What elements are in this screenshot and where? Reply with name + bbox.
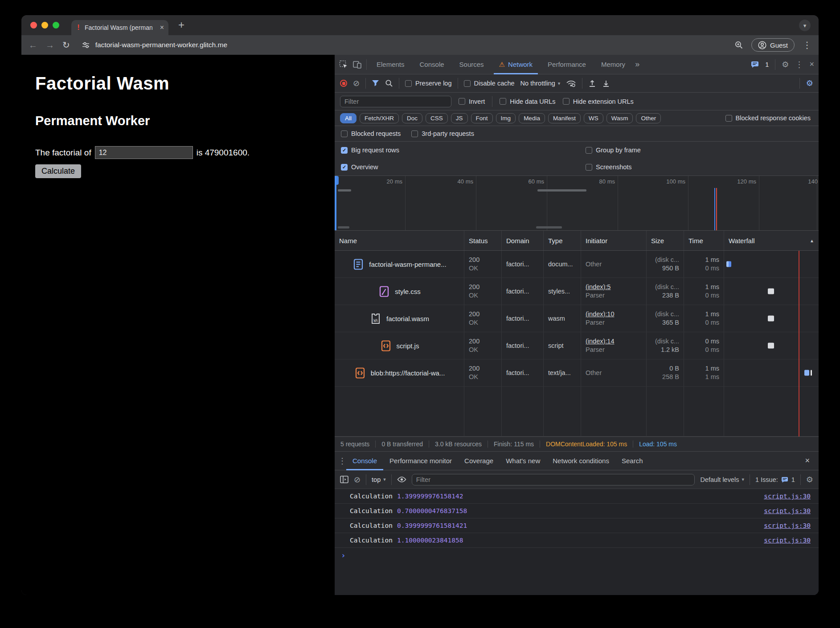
chip-fetch-xhr[interactable]: Fetch/XHR bbox=[360, 113, 399, 123]
browser-menu-icon[interactable]: ⋮ bbox=[803, 40, 811, 50]
console-sidebar-icon[interactable] bbox=[340, 476, 348, 483]
column-size[interactable]: Size bbox=[647, 231, 684, 250]
table-row[interactable]: style.css 200OK factori... styles... (in… bbox=[335, 278, 819, 305]
source-link[interactable]: script.js:30 bbox=[764, 522, 811, 529]
console-filter-input[interactable] bbox=[412, 474, 695, 485]
tab-sources[interactable]: Sources bbox=[454, 55, 489, 74]
issues-counter[interactable]: 1 Issue: 1 bbox=[755, 476, 795, 483]
hide-extension-urls-checkbox[interactable]: Hide extension URLs bbox=[563, 98, 634, 105]
forward-button[interactable]: → bbox=[45, 40, 54, 50]
network-filter-input[interactable] bbox=[340, 96, 451, 107]
network-conditions-icon[interactable] bbox=[566, 79, 576, 87]
reload-button[interactable]: ↻ bbox=[62, 40, 70, 50]
issues-bubble-icon[interactable] bbox=[751, 61, 759, 68]
devtools-menu-icon[interactable]: ⋮ bbox=[795, 60, 803, 69]
network-settings-gear-icon[interactable]: ⚙ bbox=[806, 78, 813, 88]
tab-console[interactable]: Console bbox=[414, 55, 450, 74]
chip-manifest[interactable]: Manifest bbox=[548, 113, 581, 123]
chip-ws[interactable]: WS bbox=[584, 113, 603, 123]
chip-all[interactable]: All bbox=[340, 113, 356, 123]
table-row[interactable]: factorial-wasm-permane... 200OK factori.… bbox=[335, 251, 819, 278]
column-waterfall[interactable]: Waterfall▲ bbox=[724, 231, 819, 250]
search-icon[interactable] bbox=[385, 79, 393, 87]
clear-icon[interactable]: ⊘ bbox=[353, 78, 360, 88]
live-expression-eye-icon[interactable] bbox=[397, 476, 406, 483]
profile-button[interactable]: Guest bbox=[751, 38, 795, 52]
table-row[interactable]: blob:https://factorial-wa... 200OK facto… bbox=[335, 359, 819, 387]
settings-gear-icon[interactable]: ⚙ bbox=[782, 60, 789, 69]
overview-selection-grip[interactable] bbox=[335, 176, 339, 185]
overview-checkbox[interactable]: ✓Overview bbox=[341, 159, 586, 175]
source-link[interactable]: script.js:30 bbox=[764, 493, 811, 500]
tab-network[interactable]: ⚠ Network bbox=[494, 55, 538, 74]
network-overview-timeline[interactable]: 20 ms 40 ms 60 ms 80 ms 100 ms 120 ms 14… bbox=[335, 176, 819, 231]
tab-performance[interactable]: Performance bbox=[542, 55, 591, 74]
devtools-close-icon[interactable]: × bbox=[809, 60, 814, 69]
chip-img[interactable]: Img bbox=[496, 113, 516, 123]
tab-elements[interactable]: Elements bbox=[371, 55, 410, 74]
column-type[interactable]: Type bbox=[544, 231, 581, 250]
chip-media[interactable]: Media bbox=[519, 113, 545, 123]
blocked-requests-checkbox[interactable]: Blocked requests bbox=[341, 130, 401, 137]
group-by-frame-checkbox[interactable]: Group by frame bbox=[586, 142, 812, 159]
tab-close-icon[interactable]: × bbox=[160, 24, 164, 32]
drawer-tab-console[interactable]: Console bbox=[346, 451, 383, 470]
drawer-tab-coverage[interactable]: Coverage bbox=[458, 451, 500, 470]
disable-cache-checkbox[interactable]: Disable cache bbox=[464, 80, 515, 87]
blocked-response-cookies-checkbox[interactable]: Blocked response cookies bbox=[725, 114, 811, 122]
column-status[interactable]: Status bbox=[464, 231, 502, 250]
back-button[interactable]: ← bbox=[29, 40, 37, 50]
drawer-menu-icon[interactable]: ⋮ bbox=[338, 456, 346, 466]
device-toolbar-icon[interactable] bbox=[352, 60, 362, 69]
new-tab-button[interactable]: + bbox=[178, 19, 184, 31]
drawer-tab-performance-monitor[interactable]: Performance monitor bbox=[383, 451, 458, 470]
tab-memory[interactable]: Memory bbox=[596, 55, 631, 74]
factorial-input[interactable] bbox=[95, 146, 193, 159]
address-bar[interactable]: factorial-wasm-permanent-worker.glitch.m… bbox=[82, 41, 726, 49]
column-domain[interactable]: Domain bbox=[502, 231, 544, 250]
chip-js[interactable]: JS bbox=[451, 113, 468, 123]
drawer-tab-network-conditions[interactable]: Network conditions bbox=[546, 451, 615, 470]
invert-checkbox[interactable]: Invert bbox=[459, 98, 485, 105]
column-time[interactable]: Time bbox=[684, 231, 724, 250]
chip-doc[interactable]: Doc bbox=[402, 113, 422, 123]
context-select[interactable]: top ▾ bbox=[372, 476, 386, 483]
preserve-log-checkbox[interactable]: Preserve log bbox=[405, 80, 451, 87]
import-har-icon[interactable] bbox=[588, 79, 596, 87]
minimize-window-button[interactable] bbox=[41, 22, 48, 29]
console-prompt[interactable]: › bbox=[335, 548, 819, 563]
filter-funnel-icon[interactable] bbox=[372, 80, 379, 87]
console-settings-gear-icon[interactable]: ⚙ bbox=[806, 475, 813, 485]
export-har-icon[interactable] bbox=[602, 79, 610, 87]
drawer-tab-search[interactable]: Search bbox=[615, 451, 649, 470]
drawer-tab-whats-new[interactable]: What's new bbox=[500, 451, 546, 470]
source-link[interactable]: script.js:30 bbox=[764, 537, 811, 544]
hide-data-urls-checkbox[interactable]: Hide data URLs bbox=[500, 98, 555, 105]
zoom-search-icon[interactable] bbox=[734, 41, 743, 49]
chip-font[interactable]: Font bbox=[471, 113, 493, 123]
initiator-link[interactable]: (index):5 bbox=[586, 283, 642, 291]
column-initiator[interactable]: Initiator bbox=[581, 231, 647, 250]
drawer-close-icon[interactable]: × bbox=[805, 456, 810, 465]
url-text[interactable]: factorial-wasm-permanent-worker.glitch.m… bbox=[95, 41, 227, 49]
browser-tab[interactable]: ! Factorial Wasm (permanent W × bbox=[71, 20, 168, 35]
close-window-button[interactable] bbox=[30, 22, 37, 29]
screenshots-checkbox[interactable]: Screenshots bbox=[586, 159, 812, 175]
chip-other[interactable]: Other bbox=[636, 113, 661, 123]
inspect-element-icon[interactable] bbox=[339, 60, 348, 69]
big-request-rows-checkbox[interactable]: ✓Big request rows bbox=[341, 142, 586, 159]
chip-css[interactable]: CSS bbox=[426, 113, 448, 123]
initiator-link[interactable]: (index):10 bbox=[586, 310, 642, 318]
log-levels-select[interactable]: Default levels ▾ bbox=[700, 476, 744, 483]
third-party-requests-checkbox[interactable]: 3rd-party requests bbox=[411, 130, 474, 137]
tab-search-icon[interactable]: ▾ bbox=[799, 20, 811, 31]
source-link[interactable]: script.js:30 bbox=[764, 507, 811, 514]
initiator-link[interactable]: (index):14 bbox=[586, 337, 642, 346]
record-button[interactable] bbox=[340, 80, 347, 87]
table-row[interactable]: script.js 200OK factori... script (index… bbox=[335, 332, 819, 359]
zoom-window-button[interactable] bbox=[53, 22, 59, 29]
table-row[interactable]: WA factorial.wasm 200OK factori... wasm … bbox=[335, 305, 819, 332]
more-tabs-icon[interactable]: » bbox=[635, 60, 639, 69]
column-name[interactable]: Name bbox=[335, 231, 464, 250]
site-settings-icon[interactable] bbox=[82, 41, 90, 49]
